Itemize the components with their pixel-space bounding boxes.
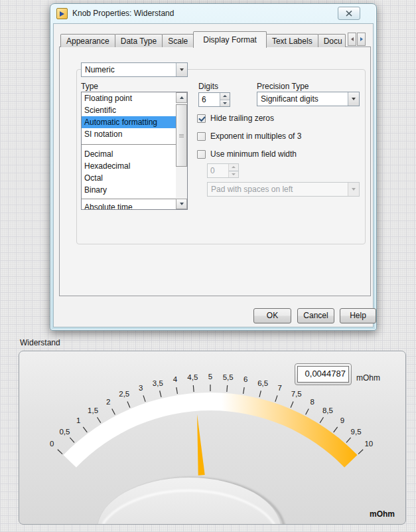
gauge-tick-label: 9,5 [351, 428, 362, 436]
triangle-up-icon [180, 96, 184, 99]
list-item-octal[interactable]: Octal [82, 172, 176, 184]
exponent-multiples-checkbox[interactable]: Exponent in multiples of 3 [197, 132, 301, 141]
help-button[interactable]: Help [340, 308, 376, 323]
gauge-tick [306, 408, 309, 414]
gauge-unit-label: mOhm [370, 509, 395, 519]
triangle-down-icon [180, 68, 184, 71]
gauge-tick [346, 438, 351, 443]
gauge-tick-label: 0 [50, 440, 54, 448]
list-item-absolute-time[interactable]: Absolute time [82, 201, 176, 209]
dialog-client-area: AppearanceData TypeScaleDisplay FormatTe… [53, 23, 374, 327]
display-unit-label: mOhm [356, 373, 380, 383]
digital-display-value: 0,0044787 [297, 366, 349, 383]
tab-scroll-right-button[interactable] [357, 33, 366, 46]
type-label: Type [81, 82, 98, 91]
list-item-binary[interactable]: Binary [82, 184, 176, 196]
gauge-tick [127, 401, 130, 407]
tab-data-type[interactable]: Data Type [115, 34, 163, 47]
triangle-up-icon [223, 95, 227, 97]
tab-scroll-buttons [347, 33, 366, 46]
gauge-tick-label: 7 [278, 384, 282, 392]
gauge-tick-label: 1,5 [88, 406, 98, 414]
triangle-right-icon [360, 37, 363, 41]
cancel-button[interactable]: Cancel [297, 308, 334, 323]
scroll-up-button[interactable] [176, 92, 187, 103]
gauge-tick [259, 391, 261, 397]
hide-trailing-zeros-checkbox[interactable]: Hide trailing zeros [197, 114, 274, 123]
triangle-down-icon [232, 173, 236, 175]
gauge-tick [143, 395, 145, 401]
precision-type-select[interactable]: Significant digits [257, 92, 360, 106]
triangle-down-icon [352, 98, 356, 100]
close-icon [346, 11, 352, 17]
gauge-tick-label: 1 [76, 416, 80, 424]
format-category-select[interactable]: Numeric [81, 62, 188, 77]
gauge-tick [58, 450, 62, 454]
tab-scroll-left-button[interactable] [348, 33, 356, 46]
min-width-spinner[interactable]: 0 [207, 163, 239, 178]
tab-scale[interactable]: Scale [162, 34, 194, 47]
triangle-down-icon [180, 203, 184, 205]
list-item-floating-point[interactable]: Floating point [82, 92, 176, 104]
gauge-tick-label: 3 [139, 384, 143, 392]
gauge-tick [275, 395, 277, 401]
close-button[interactable] [338, 7, 360, 20]
tab-display-format[interactable]: Display Format [193, 31, 267, 48]
spinner-buttons [228, 164, 238, 177]
checkbox-checked-icon [197, 114, 206, 123]
list-item-automatic-formatting[interactable]: Automatic formatting [82, 116, 176, 128]
min-field-width-checkbox[interactable]: Use minimum field width [197, 149, 297, 159]
gauge-needle[interactable] [197, 414, 205, 476]
scrollbar-thumb[interactable] [176, 104, 187, 167]
knob-properties-dialog: Knob Properties: Widerstand AppearanceDa… [50, 3, 377, 331]
list-separator [82, 140, 176, 148]
ok-button[interactable]: OK [253, 308, 291, 323]
precision-type-label: Precision Type [257, 82, 309, 91]
gauge-tick [112, 408, 115, 414]
list-item-hexadecimal[interactable]: Hexadecimal [82, 160, 176, 172]
gauge-tick [227, 385, 228, 392]
list-item-decimal[interactable]: Decimal [82, 148, 176, 160]
digits-spinner[interactable]: 6 [198, 92, 230, 107]
scroll-down-button[interactable] [176, 199, 187, 209]
checkbox-label: Hide trailing zeros [210, 114, 274, 123]
labview-front-panel: { "window": { "title": "Knob Properties:… [0, 0, 416, 532]
gauge-tick-label: 6,5 [257, 379, 268, 387]
tab-strip: AppearanceData TypeScaleDisplay FormatTe… [61, 31, 346, 47]
gauge-tick [97, 417, 100, 422]
dialog-title: Knob Properties: Widerstand [72, 9, 174, 18]
tab-text-labels[interactable]: Text Labels [266, 34, 318, 47]
pad-mode-select: Pad with spaces on left [207, 182, 360, 197]
tab-page: Numeric Type Floating pointScientificAut… [59, 46, 371, 296]
spin-up-button[interactable] [220, 93, 230, 100]
checkbox-unchecked-icon [197, 132, 206, 141]
combo-arrow-button[interactable] [176, 63, 187, 76]
gauge-tick-label: 10 [364, 440, 373, 448]
gauge-tick-label: 2,5 [119, 390, 129, 398]
type-list: Floating pointScientificAutomatic format… [82, 92, 176, 209]
gauge-tick-label: 4,5 [187, 373, 198, 381]
pad-mode-value: Pad with spaces on left [211, 185, 293, 194]
gauge-tick-label: 2 [106, 398, 110, 406]
gauge-tick [358, 450, 363, 454]
triangle-down-icon [223, 102, 227, 104]
digital-display[interactable]: 0,0044787 [295, 363, 352, 385]
gauge-tick [193, 385, 194, 392]
list-separator [82, 196, 176, 201]
list-item-si-notation[interactable]: SI notation [82, 128, 176, 140]
combo-arrow-button[interactable] [348, 92, 359, 106]
list-item-scientific[interactable]: Scientific [82, 104, 176, 116]
title-bar[interactable]: Knob Properties: Widerstand [50, 4, 376, 23]
dialog-icon [56, 8, 68, 19]
spin-down-button[interactable] [220, 100, 230, 107]
tab-appearance[interactable]: Appearance [60, 34, 115, 47]
gauge-panel: 00,511,522,533,544,555,566,577,588,599,5… [19, 351, 406, 525]
gauge-tick [334, 427, 338, 432]
gauge-tick-label: 8 [311, 398, 314, 406]
digits-label: Digits [198, 82, 218, 91]
gauge-tick [176, 387, 178, 394]
gauge-tick-label: 5,5 [223, 373, 234, 381]
gauge-caption: Widerstand [20, 338, 60, 347]
tab-docu[interactable]: Docu [318, 34, 346, 47]
gauge-tick-label: 7,5 [291, 390, 302, 398]
